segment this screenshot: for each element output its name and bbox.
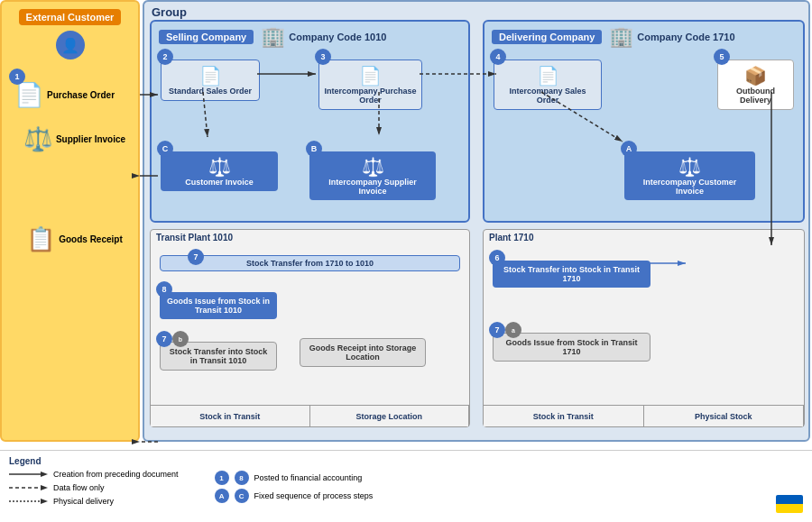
storage-location-label: Storage Location <box>309 405 470 426</box>
supplier-invoice-icon: ⚖️ <box>23 125 52 153</box>
legend-dotted-label: Physical delivery <box>53 497 114 506</box>
external-customer-title: External Customer <box>19 9 122 25</box>
legend-bar: Legend Creation from preceding document … <box>0 450 812 522</box>
selling-company-code: Company Code 1010 <box>289 32 386 42</box>
badge-3: 3 <box>315 49 331 65</box>
transit-plant-area: Transit Plant 1010 Stock Transfer from 1… <box>150 229 470 427</box>
customer-invoice-icon: ⚖️ <box>208 156 231 178</box>
badge-2: 2 <box>157 49 173 65</box>
goods-issue-transit-1010-label: Goods Issue from Stock in Transit 1010 <box>164 297 272 315</box>
physical-stock-label: Physical Stock <box>643 405 805 426</box>
legend-section: Legend Creation from preceding document … <box>9 456 179 517</box>
intercompany-so-label: Intercompany Sales Order <box>499 87 596 105</box>
legend-title: Legend <box>9 456 179 466</box>
legend-note-1-icon: 1 <box>215 471 229 485</box>
goods-receipt-storage-label: Goods Receipt into Storage Location <box>305 343 420 362</box>
intercompany-customer-invoice-icon: ⚖️ <box>678 156 701 178</box>
badge-4: 4 <box>490 49 506 65</box>
badge-5: 5 <box>714 49 730 65</box>
group-container: Group Selling Company 🏢 Company Code 101… <box>143 0 810 442</box>
intercompany-customer-invoice-label: Intercompany Customer Invoice <box>629 178 751 196</box>
plant-stock-labels: Stock in Transit Physical Stock <box>484 405 804 426</box>
legend-item-1: Creation from preceding document <box>9 469 179 480</box>
badge-b: B <box>306 141 322 157</box>
intercompany-so-icon: 📄 <box>537 65 559 87</box>
external-customer-panel: External Customer 👤 1 📄 Purchase Order ⚖… <box>0 0 140 442</box>
stock-transfer-label: Stock Transfer from 1710 to 1010 <box>246 259 374 268</box>
svg-marker-10 <box>41 472 48 477</box>
selling-company-title: Selling Company <box>159 30 254 44</box>
badge-c: C <box>157 141 173 157</box>
supplier-invoice-label: Supplier Invoice <box>56 134 125 144</box>
delivering-company-title: Delivering Company <box>492 30 602 44</box>
legend-note-2-label: Fixed sequence of process steps <box>254 491 374 500</box>
main-container: External Customer 👤 1 📄 Purchase Order ⚖… <box>0 0 812 522</box>
standard-sales-order-icon: 📄 <box>199 65 222 87</box>
plant-1710-area: Plant 1710 6 Stock Transfer into Stock i… <box>483 229 805 427</box>
badge-7b: 7 <box>156 331 172 347</box>
delivering-company: Delivering Company 🏢 Company Code 1710 4… <box>483 20 805 223</box>
delivering-building-icon: 🏢 <box>609 25 633 49</box>
legend-item-3: Physical delivery <box>9 496 179 507</box>
badge-6: 6 <box>489 250 505 266</box>
legend-note-1-label: Posted to financial accounting <box>254 473 363 482</box>
standard-sales-order-label: Standard Sales Order <box>169 87 252 96</box>
stock-in-transit-label: Stock in Transit <box>151 405 309 426</box>
legend-notes: 1 8 Posted to financial accounting A C F… <box>215 456 374 517</box>
stock-transfer-bar: Stock Transfer from 1710 to 1010 7 <box>160 255 460 271</box>
legend-note-c-icon: C <box>235 489 249 503</box>
goods-receipt-icon: 📋 <box>26 225 55 253</box>
selling-company: Selling Company 🏢 Company Code 1010 2 📄 … <box>150 20 470 223</box>
customer-avatar: 👤 <box>56 31 85 60</box>
badge-7a-sub: a <box>505 322 521 338</box>
delivering-company-code: Company Code 1710 <box>637 32 734 42</box>
stock-transfer-into-transit-1710-label: Stock Transfer into Stock in Transit 171… <box>497 265 646 283</box>
intercompany-po-icon: 📄 <box>359 65 382 87</box>
badge-8: 8 <box>156 281 172 298</box>
svg-marker-14 <box>41 499 48 504</box>
group-title: Group <box>152 5 187 19</box>
purchase-order-icon: 📄 <box>14 81 43 109</box>
transit-plant-title: Transit Plant 1010 <box>156 233 464 243</box>
transit-stock-labels: Stock in Transit Storage Location <box>151 405 469 426</box>
intercompany-po-label: Intercompany Purchase Order <box>324 87 417 105</box>
badge-7b-sub: b <box>172 331 189 347</box>
svg-marker-12 <box>41 485 48 490</box>
goods-receipt-item: 📋 Goods Receipt <box>26 225 123 253</box>
intercompany-supplier-invoice-icon: ⚖️ <box>362 156 384 178</box>
selling-building-icon: 🏢 <box>261 25 285 49</box>
intercompany-supplier-invoice-label: Intercompany Supplier Invoice <box>314 178 431 196</box>
badge-1: 1 <box>9 69 25 85</box>
outbound-delivery-icon: 📦 <box>744 65 767 87</box>
supplier-invoice-item: ⚖️ Supplier Invoice <box>23 125 125 153</box>
customer-invoice-label: Customer Invoice <box>185 178 254 187</box>
goods-issue-transit-1710-label: Goods Issue from Stock in Transit 1710 <box>498 338 645 356</box>
legend-solid-label: Creation from preceding document <box>53 470 179 479</box>
legend-note-a-icon: A <box>215 489 229 503</box>
badge-7-bar: 7 <box>188 249 204 265</box>
legend-dashed-label: Data flow only <box>53 483 105 492</box>
legend-item-2: Data flow only <box>9 482 179 493</box>
stock-transfer-into-transit-1010-label: Stock Transfer into Stock in Transit 101… <box>165 347 272 365</box>
badge-7a: 7 <box>489 322 505 338</box>
plant-stock-in-transit-label: Stock in Transit <box>484 405 643 426</box>
outbound-delivery-label: Outbound Delivery <box>723 87 789 105</box>
purchase-order-label: Purchase Order <box>47 90 115 100</box>
badge-a: A <box>621 141 637 157</box>
flag-icon <box>776 495 803 513</box>
plant-1710-title: Plant 1710 <box>489 233 798 243</box>
legend-note-8-icon: 8 <box>235 471 249 485</box>
goods-receipt-label: Goods Receipt <box>59 234 123 244</box>
